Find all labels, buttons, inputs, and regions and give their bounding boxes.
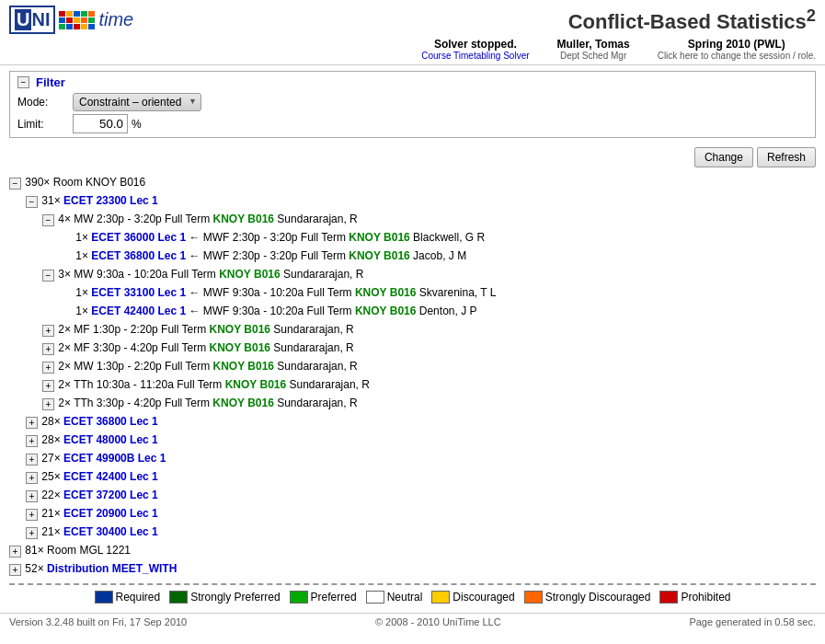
tree-row: + 21× ECET 20900 Lec 1	[26, 504, 816, 523]
toggle-3[interactable]: −	[42, 270, 54, 282]
mode-select[interactable]: Constraint – oriented	[73, 93, 201, 111]
tree-row: + 2× MF 3:30p - 4:20p Full Term KNOY B01…	[42, 339, 816, 357]
session-info[interactable]: Spring 2010 (PWL) Click here to change t…	[658, 38, 816, 61]
footer: Version 3.2.48 built on Fri, 17 Sep 2010…	[0, 613, 825, 630]
count-25: 25×	[41, 470, 63, 483]
count-1c: 1×	[75, 286, 91, 299]
legend-preferred: Preferred	[290, 591, 357, 604]
instr-1c: Skvarenina, T L	[419, 286, 497, 299]
legend-prohibited-label: Prohibited	[681, 591, 730, 604]
text-31: ECET 23300 Lec 1	[63, 194, 158, 207]
text-21a: ECET 20900 Lec 1	[63, 507, 158, 520]
toggle-4[interactable]: −	[42, 214, 54, 226]
count-2c: 2×	[58, 360, 74, 373]
tree-row: + 2× MW 1:30p - 2:20p Full Term KNOY B01…	[42, 357, 816, 375]
toggle-21a[interactable]: +	[26, 509, 38, 521]
instr-2b: Sundararajan, R	[273, 341, 353, 354]
detail-1b: MWF 2:30p - 3:20p Full Term	[203, 249, 349, 262]
arrow-1a: ←	[189, 231, 202, 244]
text-28b: ECET 48000 Lec 1	[63, 433, 158, 446]
legend-neutral: Neutral	[366, 591, 423, 604]
tree-row: + 2× TTh 10:30a - 11:20a Full Term KNOY …	[42, 375, 816, 394]
instr-4: Sundararajan, R	[277, 213, 357, 225]
tree-row: + 2× TTh 3:30p - 4:20p Full Term KNOY B0…	[42, 394, 816, 412]
toggle-28b[interactable]: +	[26, 435, 38, 447]
toggle-2b[interactable]: +	[42, 343, 54, 355]
footer-version: Version 3.2.48 built on Fri, 17 Sep 2010	[9, 616, 187, 627]
room-4: KNOY B016	[213, 213, 274, 225]
room-2a: KNOY B016	[210, 323, 270, 336]
room-1b: KNOY B016	[349, 249, 409, 262]
filter-toggle[interactable]: −	[17, 76, 29, 88]
count-21a: 21×	[41, 507, 63, 520]
count-21b: 21×	[41, 525, 63, 538]
page-title: Conflict-Based Statistics2	[568, 6, 816, 34]
tree-row: + 22× ECET 37200 Lec 1	[26, 486, 816, 504]
tree: − 390× Room KNOY B016 − 31× ECET 23300 L…	[0, 171, 825, 580]
text-390: Room KNOY B016	[53, 176, 146, 189]
instr-2e: Sundararajan, R	[277, 397, 357, 409]
count-28a: 28×	[41, 415, 63, 428]
toggle-25[interactable]: +	[26, 472, 38, 484]
text-1b: ECET 36800 Lec 1	[91, 249, 186, 262]
tree-row: + 25× ECET 42400 Lec 1	[26, 467, 816, 486]
toggle-52[interactable]: +	[9, 564, 21, 576]
instr-2c: Sundararajan, R	[277, 360, 357, 373]
tree-row: 1× ECET 36800 Lec 1 ← MWF 2:30p - 3:20p …	[59, 247, 816, 265]
tree-row: + 21× ECET 30400 Lec 1	[26, 523, 816, 541]
detail-1d: MWF 9:30a - 10:20a Full Term	[203, 305, 355, 317]
text-1d: ECET 42400 Lec 1	[91, 305, 186, 317]
tree-row: 1× ECET 42400 Lec 1 ← MWF 9:30a - 10:20a…	[59, 302, 816, 320]
instr-2d: Sundararajan, R	[290, 378, 370, 391]
toggle-81[interactable]: +	[9, 546, 21, 558]
toggle-2a[interactable]: +	[42, 325, 54, 337]
text-81: Room MGL 1221	[47, 544, 131, 557]
text-4: MW 2:30p - 3:20p Full Term	[74, 213, 212, 225]
toggle-21b[interactable]: +	[26, 527, 38, 539]
legend-strongly-discouraged-label: Strongly Discouraged	[545, 591, 651, 604]
footer-generated: Page generated in 0.58 sec.	[689, 616, 816, 627]
toggle-390[interactable]: −	[9, 178, 21, 190]
toggle-28a[interactable]: +	[26, 417, 38, 429]
instr-1a: Blackwell, G R	[413, 231, 485, 244]
refresh-button[interactable]: Refresh	[757, 147, 816, 167]
legend-preferred-label: Preferred	[311, 591, 357, 604]
filter-title: Filter	[36, 75, 65, 89]
filter-section: − Filter Mode: Constraint – oriented Lim…	[9, 71, 816, 138]
legend-discouraged-label: Discouraged	[453, 591, 514, 604]
text-21b: ECET 30400 Lec 1	[63, 525, 158, 538]
count-52: 52×	[25, 562, 47, 575]
limit-input[interactable]	[73, 114, 128, 133]
tree-row: 1× ECET 36000 Lec 1 ← MWF 2:30p - 3:20p …	[59, 228, 816, 247]
text-22: ECET 37200 Lec 1	[63, 489, 158, 501]
room-2c: KNOY B016	[213, 360, 274, 373]
tree-row: + 2× MF 1:30p - 2:20p Full Term KNOY B01…	[42, 320, 816, 339]
change-button[interactable]: Change	[694, 147, 753, 167]
toggle-27[interactable]: +	[26, 454, 38, 466]
limit-label: Limit:	[17, 118, 73, 131]
text-2c: MW 1:30p - 2:20p Full Term	[74, 360, 212, 373]
count-31: 31×	[41, 194, 63, 207]
toggle-2d[interactable]: +	[42, 380, 54, 392]
toggle-2c[interactable]: +	[42, 362, 54, 374]
toggle-22[interactable]: +	[26, 490, 38, 502]
count-1b: 1×	[75, 249, 91, 262]
toggle-31[interactable]: −	[26, 196, 38, 208]
tree-row: − 390× Room KNOY B016	[9, 173, 816, 191]
tree-row: − 31× ECET 23300 Lec 1	[26, 191, 816, 210]
toggle-2e[interactable]: +	[42, 398, 54, 410]
tree-row: − 3× MW 9:30a - 10:20a Full Term KNOY B0…	[42, 265, 816, 283]
tree-row: 1× ECET 33100 Lec 1 ← MWF 9:30a - 10:20a…	[59, 283, 816, 302]
room-1a: KNOY B016	[349, 231, 409, 244]
text-27: ECET 49900B Lec 1	[63, 452, 166, 465]
count-3: 3×	[58, 268, 74, 281]
legend-strongly-discouraged: Strongly Discouraged	[524, 591, 651, 604]
count-2b: 2×	[58, 341, 74, 354]
legend: Required Strongly Preferred Preferred Ne…	[9, 583, 816, 609]
text-28a: ECET 36800 Lec 1	[63, 415, 158, 428]
logo-time: time	[98, 9, 133, 30]
logo-u: U	[15, 9, 31, 30]
tree-row: + 27× ECET 49900B Lec 1	[26, 449, 816, 467]
room-3: KNOY B016	[219, 268, 280, 281]
legend-strongly-preferred: Strongly Preferred	[169, 591, 280, 604]
